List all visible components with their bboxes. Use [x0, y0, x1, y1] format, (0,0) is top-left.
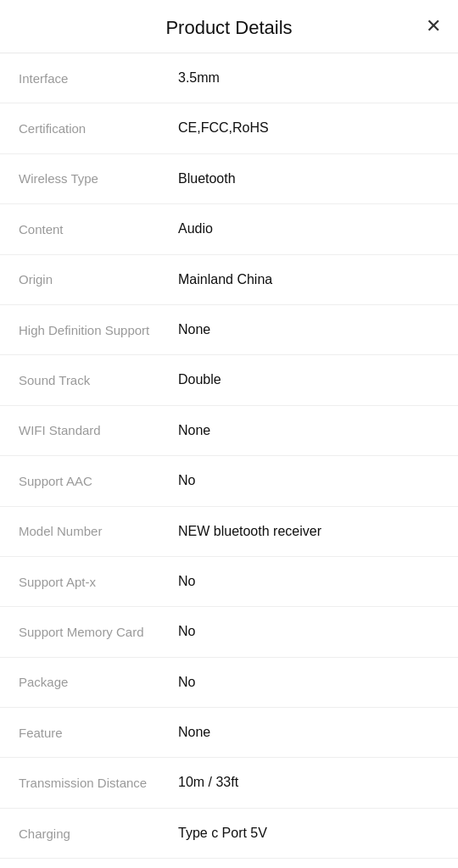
product-details-modal: Product Details ✕ Interface3.5mmCertific…	[0, 0, 458, 868]
close-button[interactable]: ✕	[426, 17, 441, 36]
table-row: WIFI StandardNone	[0, 406, 458, 456]
row-label: Content	[0, 204, 170, 253]
row-label: Origin	[0, 255, 170, 304]
row-label: Model Number	[0, 507, 170, 556]
row-label: Support AAC	[0, 456, 170, 505]
table-row: High Definition SupportNone	[0, 305, 458, 355]
row-value: No	[170, 658, 458, 707]
table-row: Support Memory CardNo	[0, 607, 458, 657]
row-label: Certification	[0, 103, 170, 153]
table-row: ContentAudio	[0, 204, 458, 254]
row-value: No	[170, 456, 458, 505]
row-label: Interface	[0, 53, 170, 103]
table-row: FeatureNone	[0, 708, 458, 758]
row-label: WIFI Standard	[0, 406, 170, 455]
row-label: Transmission Distance	[0, 758, 170, 807]
table-row: Support AACNo	[0, 456, 458, 506]
row-value: No	[170, 607, 458, 656]
row-value: Black	[170, 859, 458, 868]
row-label: Support Memory Card	[0, 607, 170, 656]
row-value: None	[170, 406, 458, 455]
row-value: NEW bluetooth receiver	[170, 507, 458, 556]
row-label: Wireless Type	[0, 154, 170, 203]
row-label: High Definition Support	[0, 305, 170, 354]
row-value: None	[170, 305, 458, 354]
row-value: Double	[170, 355, 458, 404]
table-row: Model NumberNEW bluetooth receiver	[0, 507, 458, 557]
row-value: No	[170, 557, 458, 606]
row-value: None	[170, 708, 458, 757]
row-value: 3.5mm	[170, 53, 458, 103]
table-row: Support Apt-xNo	[0, 557, 458, 607]
row-value: 10m / 33ft	[170, 758, 458, 807]
row-label: Color	[0, 859, 170, 868]
row-label: Package	[0, 658, 170, 707]
row-value: Type c Port 5V	[170, 809, 458, 858]
row-label: Support Apt-x	[0, 557, 170, 606]
table-row: PackageNo	[0, 658, 458, 708]
table-row: Sound TrackDouble	[0, 355, 458, 405]
table-row: Transmission Distance10m / 33ft	[0, 758, 458, 808]
row-value: Bluetooth	[170, 154, 458, 203]
table-row: ColorBlack	[0, 859, 458, 868]
row-value: Audio	[170, 204, 458, 253]
modal-header: Product Details ✕	[0, 0, 458, 53]
table-row: ChargingType c Port 5V	[0, 809, 458, 859]
details-table: Interface3.5mmCertificationCE,FCC,RoHSWi…	[0, 53, 458, 868]
table-row: Wireless TypeBluetooth	[0, 154, 458, 204]
table-row: OriginMainland China	[0, 255, 458, 305]
modal-title: Product Details	[165, 17, 292, 39]
table-row: CertificationCE,FCC,RoHS	[0, 103, 458, 153]
row-label: Charging	[0, 809, 170, 858]
table-row: Interface3.5mm	[0, 53, 458, 103]
row-label: Sound Track	[0, 355, 170, 404]
row-value: CE,FCC,RoHS	[170, 103, 458, 153]
row-label: Feature	[0, 708, 170, 757]
row-value: Mainland China	[170, 255, 458, 304]
